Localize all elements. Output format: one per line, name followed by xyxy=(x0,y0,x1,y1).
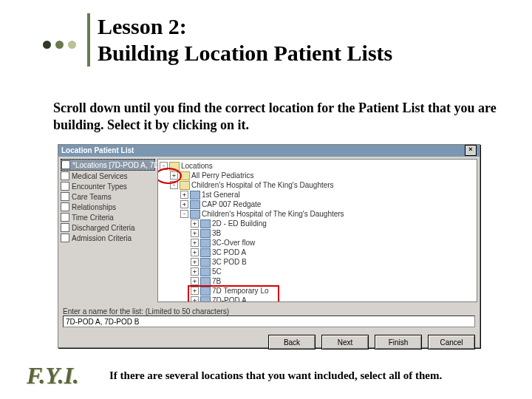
filter-item[interactable]: Time Criteria xyxy=(61,212,155,222)
tree-item[interactable]: +7D Temporary Lo xyxy=(160,286,475,296)
filter-item[interactable]: Discharged Criteria xyxy=(61,222,155,233)
filter-item[interactable]: Encounter Types xyxy=(61,181,155,191)
bullet-icon xyxy=(43,41,51,49)
name-label: Enter a name for the list: (Limited to 5… xyxy=(63,307,475,316)
tree-item[interactable]: -Children's Hospital of The King's Daugh… xyxy=(160,180,475,190)
title-line2: Building Location Patient Lists xyxy=(98,41,392,65)
tree-item[interactable]: +3C-Over flow xyxy=(160,238,475,248)
dialog-name-section: Enter a name for the list: (Limited to 5… xyxy=(58,304,480,330)
bullet-icon xyxy=(68,41,76,49)
title-line1: Lesson 2: xyxy=(98,14,187,38)
tree-item[interactable]: +3B xyxy=(160,228,475,238)
fyi-logo: F.Y.I. xyxy=(27,362,79,389)
dialog-titlebar: Location Patient List × xyxy=(58,145,480,157)
filter-list: *Locations [7D-POD A, 7D-I Medical Servi… xyxy=(58,157,157,304)
back-button[interactable]: Back xyxy=(268,335,316,349)
tree-item[interactable]: +2D - ED Building xyxy=(160,219,475,228)
dialog-button-row: Back Next Finish Cancel xyxy=(58,330,480,354)
footnote-text: If there are several locations that you … xyxy=(109,369,523,382)
filter-item-locations[interactable]: *Locations [7D-POD A, 7D-I xyxy=(61,159,155,171)
tree-item[interactable]: -Locations xyxy=(160,161,475,171)
filter-item[interactable]: Relationships xyxy=(61,202,155,212)
list-name-input[interactable] xyxy=(63,316,475,327)
tree-item[interactable]: +3C POD A xyxy=(160,248,475,257)
filter-item[interactable]: Admission Criteria xyxy=(61,233,155,243)
filter-item[interactable]: Care Teams xyxy=(61,191,155,202)
finish-button[interactable]: Finish xyxy=(375,335,422,349)
tree-item[interactable]: -Children's Hospital of The King's Daugh… xyxy=(160,209,475,219)
header-bullets xyxy=(43,41,76,49)
close-icon[interactable]: × xyxy=(465,145,477,156)
tree-item[interactable]: +7D-POD A xyxy=(160,296,475,302)
tree-item[interactable]: +CAP 007 Redgate xyxy=(160,200,475,209)
next-button[interactable]: Next xyxy=(321,335,369,349)
instruction-text: Scroll down until you find the correct l… xyxy=(53,100,497,133)
location-tree[interactable]: -Locations +All Perry Pediatrics -Childr… xyxy=(157,159,477,302)
tree-item[interactable]: +7B xyxy=(160,276,475,286)
page-title: Lesson 2: Building Location Patient List… xyxy=(87,13,392,66)
tree-item[interactable]: +3C POD B xyxy=(160,257,475,267)
tree-item[interactable]: +All Perry Pediatrics xyxy=(160,171,475,180)
tree-item[interactable]: +1st General xyxy=(160,190,475,200)
location-patient-list-dialog: Location Patient List × *Locations [7D-P… xyxy=(58,144,480,348)
bullet-icon xyxy=(55,41,64,49)
cancel-button[interactable]: Cancel xyxy=(428,335,475,349)
filter-item[interactable]: Medical Services xyxy=(61,171,155,181)
dialog-title: Location Patient List xyxy=(61,145,134,157)
tree-item[interactable]: +5C xyxy=(160,267,475,276)
